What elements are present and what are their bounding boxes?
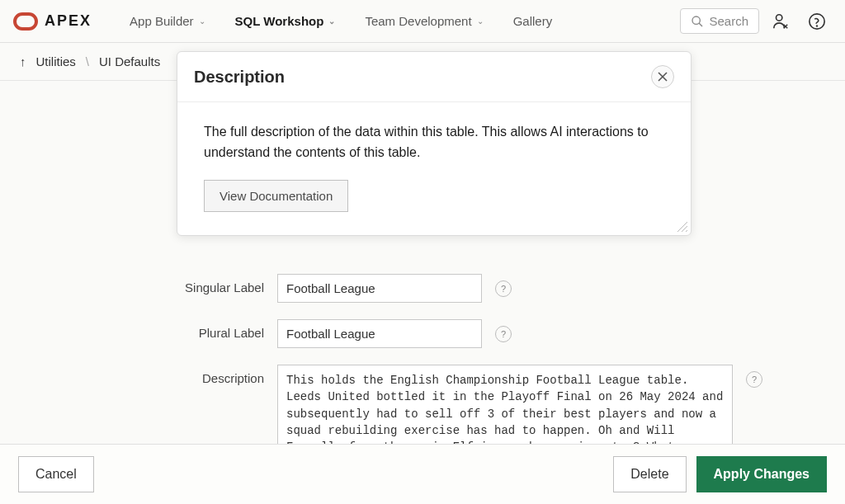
search-icon [691,15,704,28]
plural-label-text: Plural Label [33,319,264,340]
svg-point-3 [777,14,782,20]
nav-label: Team Development [365,14,471,28]
description-textarea[interactable] [277,365,733,454]
popover-text: The full description of the data within … [204,122,664,163]
search-placeholder: Search [709,14,748,28]
svg-point-1 [692,16,700,24]
popover-body: The full description of the data within … [177,102,691,235]
resize-handle-icon[interactable] [676,220,687,232]
breadcrumb-up-icon[interactable]: ↑ [20,54,26,68]
brand-name: APEX [45,12,92,30]
help-icon[interactable]: ? [495,326,512,342]
help-icon[interactable] [802,7,832,36]
admin-icon[interactable] [766,7,795,36]
footer-bar: Cancel Delete Apply Changes [0,444,845,504]
chevron-down-icon: ⌄ [199,16,205,26]
nav-label: Gallery [513,14,553,28]
popover-title: Description [194,68,285,87]
svg-line-10 [686,230,687,232]
popover-header: Description [177,52,691,102]
chevron-down-icon: ⌄ [328,16,335,26]
plural-label-input[interactable] [277,319,482,348]
search-box[interactable]: Search [680,8,759,34]
nav-gallery[interactable]: Gallery [502,7,564,35]
nav-app-builder[interactable]: App Builder ⌄ [118,7,217,35]
help-icon[interactable]: ? [746,371,762,388]
form-row-description: Description ? [33,365,812,454]
delete-button[interactable]: Delete [613,456,686,492]
nav-label: App Builder [130,14,194,28]
svg-line-8 [677,222,687,232]
form-row-plural: Plural Label ? [33,319,812,348]
description-label-text: Description [33,365,264,385]
nav-team-development[interactable]: Team Development ⌄ [353,7,494,35]
svg-rect-0 [15,14,36,29]
nav-label: SQL Workshop [235,14,324,28]
svg-point-5 [817,26,818,26]
breadcrumb-separator: \ [86,54,89,68]
close-button[interactable] [651,65,674,88]
form-row-singular: Singular Label ? [33,274,812,303]
singular-label-text: Singular Label [33,274,264,294]
nav-sql-workshop[interactable]: SQL Workshop ⌄ [224,7,347,35]
view-documentation-button[interactable]: View Documentation [204,180,348,212]
breadcrumb-item[interactable]: UI Defaults [99,54,160,68]
brand-logo[interactable]: APEX [13,12,92,31]
svg-line-2 [699,23,702,26]
oracle-o-icon [13,12,38,31]
help-icon[interactable]: ? [495,280,512,297]
cancel-button[interactable]: Cancel [18,456,94,492]
breadcrumb-item[interactable]: Utilities [36,54,76,68]
close-icon [658,72,668,82]
description-popover: Description The full description of the … [177,51,692,236]
chevron-down-icon: ⌄ [477,16,484,26]
top-nav: APEX App Builder ⌄ SQL Workshop ⌄ Team D… [0,0,845,43]
singular-label-input[interactable] [277,274,482,303]
apply-changes-button[interactable]: Apply Changes [696,456,827,492]
